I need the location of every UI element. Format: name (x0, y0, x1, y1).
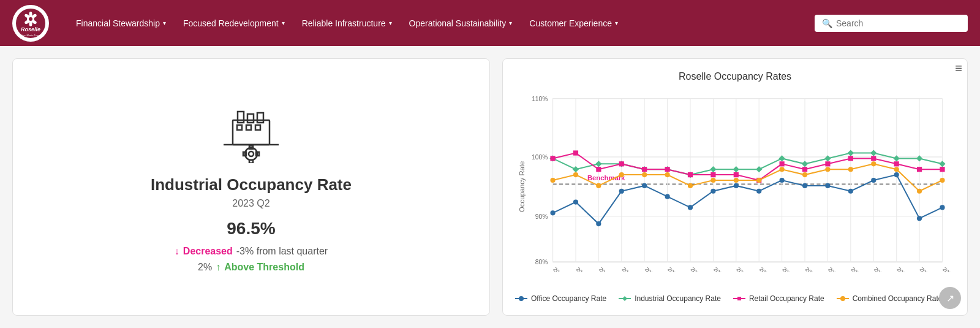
scroll-button[interactable]: ↗ (939, 287, 961, 309)
svg-point-113 (619, 172, 624, 177)
status-label: Decreased (183, 246, 233, 257)
svg-point-64 (734, 183, 739, 188)
svg-point-71 (894, 172, 899, 177)
chart-legend: Office Occupancy Rate Industrial Occupan… (515, 294, 955, 303)
chevron-down-icon: ▾ (389, 20, 392, 26)
chevron-down-icon: ▾ (615, 20, 618, 26)
legend-combined-label: Combined Occupancy Rate (853, 294, 943, 303)
svg-marker-87 (848, 150, 854, 156)
legend-retail-label: Retail Occupancy Rate (749, 294, 824, 303)
svg-rect-105 (848, 156, 853, 161)
main-nav: Roselle Tradition Meets Tomorrow Financi… (0, 0, 980, 46)
svg-point-120 (780, 167, 785, 172)
svg-point-124 (871, 161, 876, 166)
chart-area: Occupancy Rate 110% 100% 90% 80% (515, 88, 955, 289)
nav-item-operational-sustainability[interactable]: Operational Sustainability ▾ (401, 13, 521, 33)
svg-point-123 (848, 167, 853, 172)
svg-rect-104 (825, 161, 830, 166)
svg-point-122 (825, 167, 830, 172)
svg-point-121 (802, 172, 807, 177)
svg-point-70 (871, 178, 876, 183)
right-card: Roselle Occupancy Rates ≡ Occupancy Rate… (502, 58, 968, 316)
nav-label-focused-redevelopment: Focused Redevelopment (183, 18, 279, 28)
svg-point-127 (940, 178, 944, 183)
legend-retail: Retail Occupancy Rate (733, 294, 824, 303)
chart-menu-button[interactable]: ≡ (950, 59, 967, 78)
svg-point-115 (665, 172, 670, 177)
svg-marker-88 (870, 150, 876, 156)
card-status: ↓ Decreased -3% from last quarter (175, 246, 328, 257)
svg-point-62 (688, 205, 693, 210)
svg-text:2022 Q4: 2022 Q4 (895, 266, 915, 272)
search-container: 🔍 (815, 15, 968, 32)
card-period: 2023 Q2 (232, 198, 270, 209)
svg-point-20 (249, 151, 254, 156)
svg-point-67 (802, 183, 807, 188)
svg-rect-109 (940, 167, 944, 172)
svg-rect-103 (802, 167, 807, 172)
svg-rect-99 (710, 172, 715, 177)
legend-industrial: Industrial Occupancy Rate (619, 294, 721, 303)
svg-text:2019 Q2: 2019 Q2 (575, 266, 595, 272)
svg-text:80%: 80% (535, 259, 548, 265)
occupancy-chart-svg: Occupancy Rate 110% 100% 90% 80% (515, 88, 955, 272)
svg-point-58 (596, 221, 601, 226)
svg-point-2 (29, 17, 32, 21)
svg-rect-94 (596, 167, 601, 172)
svg-point-119 (756, 178, 761, 183)
nav-label-customer-experience: Customer Experience (529, 18, 612, 28)
svg-marker-90 (916, 155, 922, 161)
factory-gear-icon (214, 102, 288, 163)
left-card: Industrial Occupancy Rate 2023 Q2 96.5% … (12, 58, 490, 316)
svg-text:2023 Q2: 2023 Q2 (941, 266, 955, 272)
svg-text:2021 Q4: 2021 Q4 (804, 266, 824, 272)
svg-rect-106 (871, 156, 876, 161)
card-value: 96.5% (227, 219, 275, 238)
nav-item-reliable-infrastructure[interactable]: Reliable Infrastructure ▾ (293, 13, 401, 33)
svg-text:2019 Q1: 2019 Q1 (552, 266, 571, 272)
svg-rect-13 (247, 114, 254, 123)
svg-marker-85 (802, 161, 808, 167)
svg-rect-16 (246, 125, 251, 130)
svg-point-65 (756, 189, 761, 194)
svg-point-126 (917, 189, 922, 194)
legend-office: Office Occupancy Rate (515, 294, 606, 303)
svg-point-63 (710, 189, 715, 194)
nav-item-financial-stewardship[interactable]: Financial Stewardship ▾ (67, 13, 175, 33)
svg-point-117 (710, 178, 715, 183)
logo-circle: Roselle Tradition Meets Tomorrow (12, 5, 49, 42)
svg-marker-89 (894, 155, 900, 161)
svg-text:2021 Q3: 2021 Q3 (781, 266, 801, 272)
threshold-pct: 2% (198, 262, 212, 273)
svg-marker-75 (573, 166, 579, 172)
scroll-icon: ↗ (946, 292, 954, 304)
svg-point-61 (665, 194, 670, 199)
svg-point-111 (573, 172, 578, 177)
svg-point-118 (734, 178, 739, 183)
logo[interactable]: Roselle Tradition Meets Tomorrow (12, 5, 49, 42)
svg-marker-84 (778, 155, 785, 161)
svg-text:2022 Q2: 2022 Q2 (850, 266, 869, 272)
nav-label-financial-stewardship: Financial Stewardship (76, 18, 160, 28)
svg-rect-12 (238, 112, 244, 123)
svg-text:2020 Q3: 2020 Q3 (690, 266, 709, 272)
chevron-down-icon: ▾ (282, 20, 285, 26)
svg-marker-81 (710, 166, 716, 172)
nav-item-focused-redevelopment[interactable]: Focused Redevelopment ▾ (175, 13, 293, 33)
search-input[interactable] (836, 18, 960, 28)
svg-point-154 (840, 296, 845, 301)
svg-text:100%: 100% (532, 154, 548, 161)
legend-industrial-label: Industrial Occupancy Rate (635, 294, 721, 303)
status-detail: -3% from last quarter (236, 246, 328, 257)
svg-point-125 (894, 167, 899, 172)
svg-rect-95 (619, 161, 624, 166)
svg-point-72 (917, 216, 922, 221)
nav-item-customer-experience[interactable]: Customer Experience ▾ (521, 13, 627, 33)
svg-text:Roselle: Roselle (21, 26, 40, 32)
svg-text:Occupancy Rate: Occupancy Rate (518, 161, 526, 212)
chevron-down-icon: ▾ (509, 20, 512, 26)
svg-text:2023 Q1: 2023 Q1 (919, 266, 938, 272)
svg-marker-82 (733, 166, 739, 172)
svg-marker-76 (595, 161, 601, 167)
card-threshold: 2% ↑ Above Threshold (198, 262, 304, 273)
